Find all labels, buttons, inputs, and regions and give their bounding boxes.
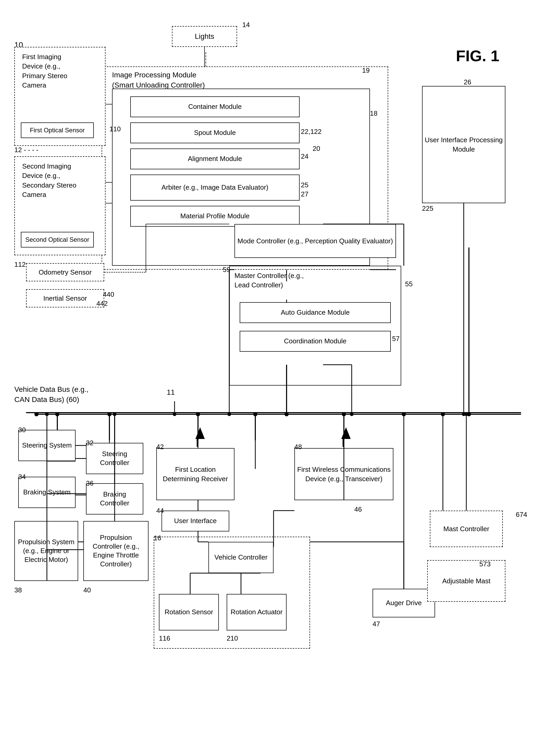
second-imaging-label: Second ImagingDevice (e.g.,Secondary Ste…: [21, 160, 78, 201]
alignment-module: Alignment Module: [130, 148, 300, 169]
antenna-1-icon: [195, 427, 205, 439]
container-module: Container Module: [130, 96, 300, 117]
ref-573: 573: [479, 560, 491, 568]
mast-controller: Mast Controller: [430, 511, 503, 547]
ipm-label: Image Processing Module(Smart Unloading …: [112, 70, 205, 90]
ref-40: 40: [83, 586, 91, 594]
auger-drive: Auger Drive: [373, 589, 435, 617]
ref-11: 11: [167, 388, 175, 396]
ref-25: 25: [301, 181, 308, 189]
ref-48: 48: [294, 443, 302, 451]
antenna-2-stem: [343, 439, 344, 447]
first-imaging-label: First ImagingDevice (e.g.,Primary Stereo…: [21, 51, 69, 91]
ref-34: 34: [18, 473, 26, 481]
ref-36: 36: [86, 479, 94, 487]
ref-47: 47: [373, 620, 380, 628]
ref-27: 27: [301, 190, 308, 198]
steering-system: Steering System: [18, 430, 76, 461]
ref-16: 16: [154, 534, 161, 542]
coordination-module: Coordination Module: [240, 331, 391, 352]
auto-guidance: Auto Guidance Module: [240, 302, 391, 323]
ref-18: 18: [370, 109, 377, 117]
ref-110: 110: [109, 125, 121, 133]
user-interface-box: User Interface: [162, 511, 229, 531]
vehicle-controller: Vehicle Controller: [208, 542, 274, 573]
steering-controller: Steering Controller: [86, 443, 143, 474]
rotation-sensor: Rotation Sensor: [159, 594, 219, 630]
ref-46: 46: [354, 505, 362, 513]
spout-module: Spout Module: [130, 122, 300, 143]
ref-116: 116: [159, 634, 170, 642]
material-profile: Material Profile Module: [130, 206, 300, 227]
fig-title: FIG. 1: [456, 47, 499, 65]
ref-38: 38: [14, 586, 22, 594]
antenna-2-icon: [341, 427, 351, 439]
ref-20: 20: [313, 145, 320, 153]
ref-30: 30: [18, 426, 26, 434]
ref-440: 440: [103, 290, 114, 299]
ref-112: 112: [14, 261, 26, 269]
ref-32: 32: [86, 439, 94, 447]
ref-22: 22,122: [301, 128, 322, 136]
ref-57: 57: [392, 335, 400, 343]
braking-system: Braking System: [18, 477, 76, 508]
rotation-actuator: Rotation Actuator: [227, 594, 287, 630]
adjustable-mast: Adjustable Mast: [427, 560, 505, 602]
ref-26: 26: [464, 78, 471, 86]
ref-44: 44: [156, 507, 164, 515]
first-wireless-box: First Wireless Communications Device (e.…: [294, 448, 393, 500]
mode-controller: Mode Controller (e.g., Perception Qualit…: [234, 224, 396, 258]
data-bus-line: [26, 412, 521, 413]
ref-674: 674: [516, 511, 527, 519]
ref-24: 24: [301, 152, 308, 160]
propulsion-system: Propulsion System (e.g., Engine or Elect…: [14, 521, 78, 581]
ref-12-dash: 12 - - - -: [14, 146, 38, 154]
ref-42: 42: [156, 443, 164, 451]
ref-210: 210: [227, 634, 238, 642]
ref-55: 55: [405, 280, 413, 288]
propulsion-controller: Propulsion Controller (e.g., Engine Thro…: [83, 521, 148, 581]
second-optical-sensor: Second Optical Sensor: [21, 232, 94, 247]
first-location-box: First Location Determining Receiver: [156, 448, 234, 500]
vdb-label: Vehicle Data Bus (e.g.,CAN Data Bus) (60…: [14, 384, 89, 405]
uipm-box: User Interface Processing Module: [422, 86, 505, 203]
lights-box: Lights: [172, 26, 237, 47]
ref-442: 442: [96, 300, 108, 308]
ref-19: 19: [362, 66, 370, 75]
inertial-sensor: Inertial Sensor: [26, 289, 104, 307]
ref-225: 225: [422, 205, 433, 213]
arbiter-box: Arbiter (e.g., Image Data Evaluator): [130, 175, 300, 201]
ref-59: 59: [223, 266, 230, 274]
ref-14: 14: [242, 21, 250, 29]
antenna-1-stem: [197, 439, 198, 447]
odometry-sensor: Odometry Sensor: [26, 263, 104, 281]
master-controller-label: Master Controller (e.g.,Lead Controller): [234, 271, 304, 290]
braking-controller: Braking Controller: [86, 483, 143, 515]
first-optical-sensor: First Optical Sensor: [21, 122, 94, 138]
